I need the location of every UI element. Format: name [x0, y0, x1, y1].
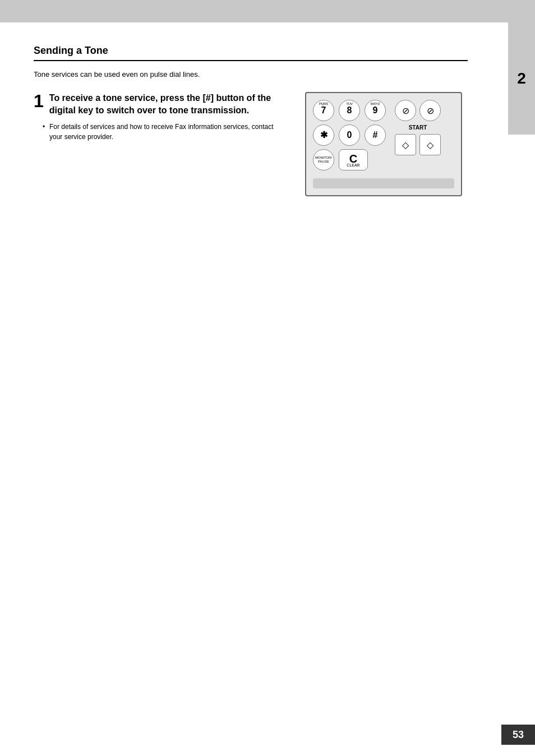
- clear-label: CLEAR: [347, 163, 359, 167]
- key-9-num: 9: [373, 106, 378, 115]
- keypad-row-2: ✱ 0 #: [313, 125, 386, 146]
- key-7-letters: PQRS: [319, 102, 328, 105]
- step-container: 1 To receive a tone service, press the […: [34, 92, 468, 196]
- subtitle-text: Tone services can be used even on pulse …: [34, 70, 468, 79]
- chapter-tab: 2: [508, 22, 535, 135]
- start-label: START: [409, 125, 427, 131]
- circle-1-icon: ⊘: [402, 105, 409, 116]
- circle-2-icon: ⊘: [427, 105, 434, 116]
- clear-c-label: C: [349, 153, 357, 164]
- key-8-num: 8: [347, 106, 352, 115]
- keypad-illustration-area: PQRS 7 TUV 8 WXYZ 9: [305, 92, 468, 196]
- btn-circle-1[interactable]: ⊘: [395, 100, 416, 121]
- key-star-num: ✱: [320, 131, 328, 140]
- key-8[interactable]: TUV 8: [339, 100, 360, 121]
- keypad-wrapper: PQRS 7 TUV 8 WXYZ 9: [313, 100, 454, 188]
- chapter-number: 2: [517, 70, 526, 87]
- diamond-1-icon: ◇: [402, 140, 409, 150]
- monitor-label: MONITOR/PAUSE: [315, 156, 332, 164]
- page-number: 53: [501, 725, 535, 745]
- key-8-letters: TUV: [346, 102, 352, 105]
- main-content: Sending a Tone Tone services can be used…: [0, 22, 535, 230]
- step-left: 1 To receive a tone service, press the […: [34, 92, 283, 196]
- diamond-2-icon: ◇: [427, 140, 433, 150]
- key-7[interactable]: PQRS 7: [313, 100, 334, 121]
- btn-circle-2[interactable]: ⊘: [419, 100, 441, 121]
- btn-diamond-2[interactable]: ◇: [419, 134, 441, 155]
- keypad-row-1: PQRS 7 TUV 8 WXYZ 9: [313, 100, 386, 121]
- btn-diamond-1[interactable]: ◇: [395, 134, 416, 155]
- key-clear[interactable]: C CLEAR: [339, 149, 368, 170]
- step-bullet: For details of services and how to recei…: [43, 122, 283, 142]
- section-title: Sending a Tone: [34, 45, 468, 57]
- keypad-illustration: PQRS 7 TUV 8 WXYZ 9: [305, 92, 462, 196]
- top-bar: [0, 0, 535, 22]
- key-0-num: 0: [347, 131, 352, 140]
- step-title: To receive a tone service, press the [#]…: [49, 92, 283, 116]
- key-hash-num: #: [373, 131, 378, 140]
- step-number: 1: [34, 92, 44, 110]
- key-hash[interactable]: #: [365, 125, 386, 146]
- key-7-num: 7: [321, 106, 326, 115]
- step-header: 1 To receive a tone service, press the […: [34, 92, 283, 116]
- key-monitor[interactable]: MONITOR/PAUSE: [313, 149, 334, 170]
- key-0[interactable]: 0: [339, 125, 360, 146]
- key-9-letters: WXYZ: [371, 102, 380, 105]
- title-rule: [34, 60, 468, 61]
- key-9[interactable]: WXYZ 9: [365, 100, 386, 121]
- keypad-row-3: MONITOR/PAUSE C CLEAR: [313, 149, 386, 170]
- bottom-bar: [313, 178, 454, 188]
- key-star[interactable]: ✱: [313, 125, 334, 146]
